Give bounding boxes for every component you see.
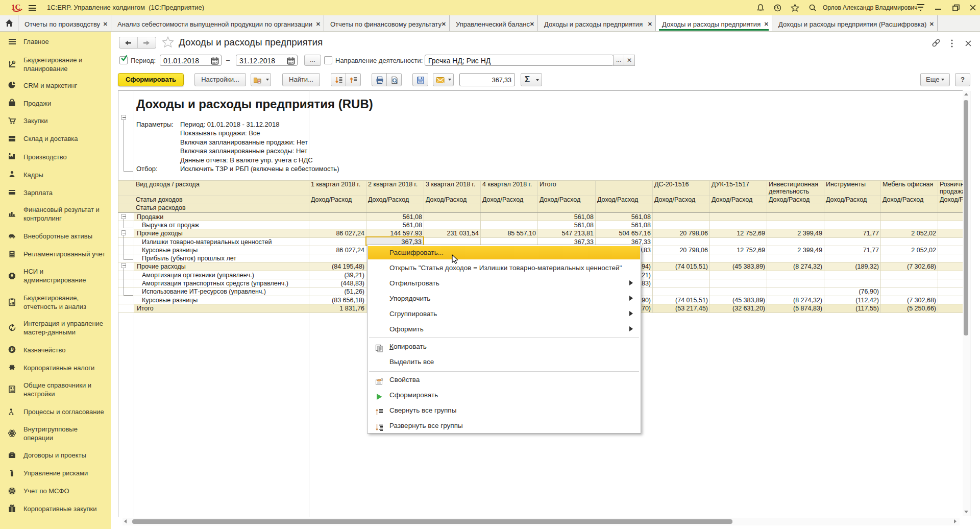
svg-text:₽: ₽	[11, 347, 14, 352]
svg-text:1С: 1С	[11, 3, 20, 11]
